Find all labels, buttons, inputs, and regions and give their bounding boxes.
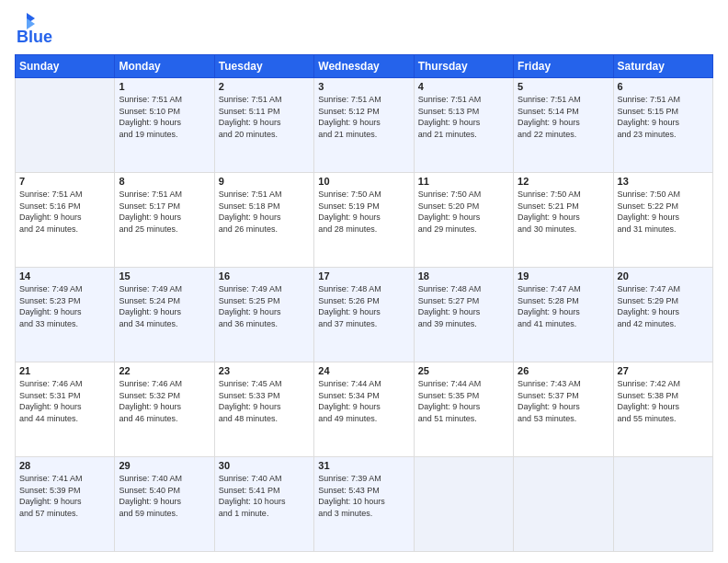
day-info: Sunrise: 7:42 AMSunset: 5:38 PMDaylight:… [618,378,709,424]
calendar-cell: 12Sunrise: 7:50 AMSunset: 5:21 PMDayligh… [514,173,613,268]
calendar-cell: 15Sunrise: 7:49 AMSunset: 5:24 PMDayligh… [115,268,214,362]
day-info: Sunrise: 7:40 AMSunset: 5:40 PMDaylight:… [119,473,210,519]
calendar-week-row: 21Sunrise: 7:46 AMSunset: 5:31 PMDayligh… [16,362,713,457]
day-info: Sunrise: 7:44 AMSunset: 5:35 PMDaylight:… [418,378,509,424]
day-number: 15 [119,270,210,282]
calendar-week-row: 28Sunrise: 7:41 AMSunset: 5:39 PMDayligh… [16,457,713,552]
day-number: 7 [19,176,110,187]
calendar-cell: 19Sunrise: 7:47 AMSunset: 5:28 PMDayligh… [514,268,613,362]
calendar-cell: 3Sunrise: 7:51 AMSunset: 5:12 PMDaylight… [314,78,414,173]
day-info: Sunrise: 7:51 AMSunset: 5:18 PMDaylight:… [219,189,310,235]
day-info: Sunrise: 7:51 AMSunset: 5:15 PMDaylight:… [618,94,709,140]
calendar-header-tuesday: Tuesday [214,55,313,78]
calendar-cell: 14Sunrise: 7:49 AMSunset: 5:23 PMDayligh… [16,268,115,362]
page: Blue SundayMondayTuesdayWednesdayThursda… [0,0,728,563]
day-number: 26 [518,365,609,376]
day-info: Sunrise: 7:40 AMSunset: 5:41 PMDaylight:… [219,473,310,519]
calendar-cell: 26Sunrise: 7:43 AMSunset: 5:37 PMDayligh… [514,362,613,457]
calendar-cell [514,457,613,552]
calendar-header-sunday: Sunday [16,55,115,78]
calendar-cell: 17Sunrise: 7:48 AMSunset: 5:26 PMDayligh… [314,268,414,362]
calendar-header-thursday: Thursday [414,55,513,78]
day-info: Sunrise: 7:46 AMSunset: 5:32 PMDaylight:… [119,378,210,424]
calendar-cell: 11Sunrise: 7:50 AMSunset: 5:20 PMDayligh… [414,173,513,268]
calendar-cell: 25Sunrise: 7:44 AMSunset: 5:35 PMDayligh… [414,362,513,457]
calendar-cell: 4Sunrise: 7:51 AMSunset: 5:13 PMDaylight… [414,78,513,173]
day-number: 8 [119,176,210,187]
calendar-header-saturday: Saturday [613,55,712,78]
day-info: Sunrise: 7:48 AMSunset: 5:26 PMDaylight:… [318,283,409,329]
day-number: 27 [618,365,709,376]
day-info: Sunrise: 7:49 AMSunset: 5:24 PMDaylight:… [119,283,210,329]
day-number: 4 [418,81,509,92]
calendar-cell [16,78,115,173]
day-info: Sunrise: 7:48 AMSunset: 5:27 PMDaylight:… [418,283,509,329]
calendar-cell [613,457,712,552]
day-number: 2 [219,81,310,92]
day-info: Sunrise: 7:41 AMSunset: 5:39 PMDaylight:… [19,473,110,519]
calendar-cell: 13Sunrise: 7:50 AMSunset: 5:22 PMDayligh… [613,173,712,268]
calendar-header-wednesday: Wednesday [314,55,414,78]
day-number: 13 [618,176,709,187]
day-number: 1 [119,81,210,92]
day-info: Sunrise: 7:51 AMSunset: 5:12 PMDaylight:… [318,94,409,140]
day-number: 20 [618,270,709,282]
day-number: 16 [219,270,310,282]
day-number: 29 [119,460,210,471]
day-info: Sunrise: 7:51 AMSunset: 5:17 PMDaylight:… [119,189,210,235]
day-info: Sunrise: 7:51 AMSunset: 5:14 PMDaylight:… [518,94,609,140]
day-info: Sunrise: 7:51 AMSunset: 5:16 PMDaylight:… [19,189,110,235]
calendar-week-row: 1Sunrise: 7:51 AMSunset: 5:10 PMDaylight… [16,78,713,173]
day-info: Sunrise: 7:43 AMSunset: 5:37 PMDaylight:… [518,378,609,424]
day-info: Sunrise: 7:44 AMSunset: 5:34 PMDaylight:… [318,378,409,424]
calendar-cell [414,457,513,552]
calendar-week-row: 14Sunrise: 7:49 AMSunset: 5:23 PMDayligh… [16,268,713,362]
calendar-cell: 6Sunrise: 7:51 AMSunset: 5:15 PMDaylight… [613,78,712,173]
day-info: Sunrise: 7:49 AMSunset: 5:25 PMDaylight:… [219,283,310,329]
calendar-cell: 21Sunrise: 7:46 AMSunset: 5:31 PMDayligh… [16,362,115,457]
day-number: 31 [318,460,409,471]
calendar-cell: 31Sunrise: 7:39 AMSunset: 5:43 PMDayligh… [314,457,414,552]
calendar-table: SundayMondayTuesdayWednesdayThursdayFrid… [15,54,713,552]
logo: Blue [15,11,52,47]
calendar-cell: 27Sunrise: 7:42 AMSunset: 5:38 PMDayligh… [613,362,712,457]
logo-blue-text: Blue [17,28,52,47]
calendar-week-row: 7Sunrise: 7:51 AMSunset: 5:16 PMDaylight… [16,173,713,268]
calendar-cell: 30Sunrise: 7:40 AMSunset: 5:41 PMDayligh… [214,457,313,552]
day-number: 6 [618,81,709,92]
calendar-cell: 28Sunrise: 7:41 AMSunset: 5:39 PMDayligh… [16,457,115,552]
day-info: Sunrise: 7:47 AMSunset: 5:28 PMDaylight:… [518,283,609,329]
calendar-cell: 8Sunrise: 7:51 AMSunset: 5:17 PMDaylight… [115,173,214,268]
day-info: Sunrise: 7:50 AMSunset: 5:22 PMDaylight:… [618,189,709,235]
day-info: Sunrise: 7:39 AMSunset: 5:43 PMDaylight:… [318,473,409,519]
day-number: 14 [19,270,110,282]
calendar-cell: 18Sunrise: 7:48 AMSunset: 5:27 PMDayligh… [414,268,513,362]
calendar-header-row: SundayMondayTuesdayWednesdayThursdayFrid… [16,55,713,78]
day-number: 24 [318,365,409,376]
day-number: 17 [318,270,409,282]
day-number: 22 [119,365,210,376]
calendar-cell: 20Sunrise: 7:47 AMSunset: 5:29 PMDayligh… [613,268,712,362]
day-info: Sunrise: 7:50 AMSunset: 5:20 PMDaylight:… [418,189,509,235]
day-number: 25 [418,365,509,376]
day-number: 12 [518,176,609,187]
day-number: 23 [219,365,310,376]
day-number: 18 [418,270,509,282]
calendar-header-friday: Friday [514,55,613,78]
day-number: 3 [318,81,409,92]
day-number: 28 [19,460,110,471]
calendar-cell: 10Sunrise: 7:50 AMSunset: 5:19 PMDayligh… [314,173,414,268]
day-number: 9 [219,176,310,187]
day-info: Sunrise: 7:46 AMSunset: 5:31 PMDaylight:… [19,378,110,424]
calendar-cell: 1Sunrise: 7:51 AMSunset: 5:10 PMDaylight… [115,78,214,173]
day-number: 11 [418,176,509,187]
day-info: Sunrise: 7:49 AMSunset: 5:23 PMDaylight:… [19,283,110,329]
calendar-cell: 5Sunrise: 7:51 AMSunset: 5:14 PMDaylight… [514,78,613,173]
day-number: 5 [518,81,609,92]
calendar-cell: 22Sunrise: 7:46 AMSunset: 5:32 PMDayligh… [115,362,214,457]
calendar-cell: 29Sunrise: 7:40 AMSunset: 5:40 PMDayligh… [115,457,214,552]
day-number: 19 [518,270,609,282]
calendar-header-monday: Monday [115,55,214,78]
calendar-cell: 7Sunrise: 7:51 AMSunset: 5:16 PMDaylight… [16,173,115,268]
calendar-cell: 23Sunrise: 7:45 AMSunset: 5:33 PMDayligh… [214,362,313,457]
